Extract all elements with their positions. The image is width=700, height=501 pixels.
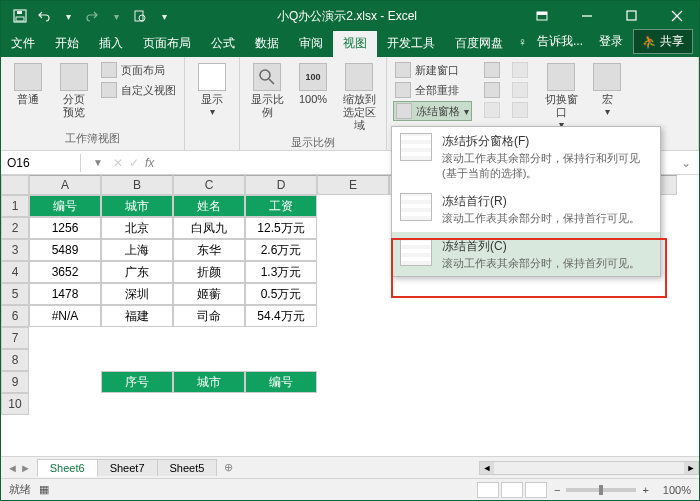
cell[interactable]: 城市	[101, 195, 173, 217]
column-header[interactable]: A	[29, 175, 101, 195]
freeze-top-row-option[interactable]: 冻结首行(R)滚动工作表其余部分时，保持首行可见。	[392, 187, 660, 232]
macro-button[interactable]: 宏▾	[586, 61, 628, 134]
tab-view[interactable]: 视图	[333, 31, 377, 57]
tab-file[interactable]: 文件	[1, 31, 45, 57]
cell[interactable]: 12.5万元	[245, 217, 317, 239]
tellme-icon[interactable]: ♀	[518, 35, 527, 49]
sheet-tab-1[interactable]: Sheet6	[37, 459, 98, 477]
scroll-left-icon[interactable]: ◄	[480, 462, 494, 474]
tab-review[interactable]: 审阅	[289, 31, 333, 57]
cell[interactable]: 54.4万元	[245, 305, 317, 327]
view-normal-icon[interactable]	[477, 482, 499, 498]
row-header[interactable]: 4	[1, 261, 29, 283]
tab-formula[interactable]: 公式	[201, 31, 245, 57]
side-small-1[interactable]	[482, 61, 502, 79]
qat-customize-icon[interactable]: ▾	[153, 5, 175, 27]
share-button[interactable]: ⛹共享	[633, 29, 693, 54]
side-small-3[interactable]	[482, 101, 502, 119]
row-header[interactable]: 6	[1, 305, 29, 327]
row-header[interactable]: 2	[1, 217, 29, 239]
row-header[interactable]: 7	[1, 327, 29, 349]
cell[interactable]: 1.3万元	[245, 261, 317, 283]
tab-pagelayout[interactable]: 页面布局	[133, 31, 201, 57]
tab-insert[interactable]: 插入	[89, 31, 133, 57]
ribbon-options-icon[interactable]	[519, 1, 564, 31]
freeze-first-column-option[interactable]: 冻结首列(C)滚动工作表其余部分时，保持首列可见。	[392, 232, 660, 277]
save-icon[interactable]	[9, 5, 31, 27]
show-button[interactable]: 显示▾	[191, 61, 233, 134]
fx-icon[interactable]: fx	[145, 156, 154, 170]
tellme-button[interactable]: 告诉我...	[531, 31, 589, 52]
custom-views-button[interactable]: 自定义视图	[99, 81, 178, 99]
zoom-ratio-button[interactable]: 显示比例	[246, 61, 288, 135]
tab-devtools[interactable]: 开发工具	[377, 31, 445, 57]
freeze-panes-button[interactable]: 冻结窗格 ▾	[393, 101, 472, 121]
tab-baidu[interactable]: 百度网盘	[445, 31, 513, 57]
row-header[interactable]: 9	[1, 371, 29, 393]
expand-formula-icon[interactable]: ⌄	[673, 156, 699, 170]
redo-dropdown-icon[interactable]: ▾	[105, 5, 127, 27]
horizontal-scrollbar[interactable]: ◄►	[479, 461, 699, 475]
switch-window-button[interactable]: 切换窗口▾	[540, 61, 582, 134]
cell[interactable]: 1478	[29, 283, 101, 305]
select-all-triangle[interactable]	[1, 175, 29, 195]
redo-icon[interactable]	[81, 5, 103, 27]
row-header[interactable]: 8	[1, 349, 29, 371]
zoom-out-button[interactable]: −	[554, 484, 560, 496]
pagebreak-preview-button[interactable]: 分页 预览	[53, 61, 95, 131]
freeze-panes-option[interactable]: 冻结拆分窗格(F)滚动工作表其余部分时，保持行和列可见(基于当前的选择)。	[392, 127, 660, 187]
cell[interactable]: 折颜	[173, 261, 245, 283]
maximize-button[interactable]	[609, 1, 654, 31]
cell[interactable]: 姬蘅	[173, 283, 245, 305]
cell[interactable]: 5489	[29, 239, 101, 261]
cell[interactable]: 序号	[101, 371, 173, 393]
login-button[interactable]: 登录	[593, 31, 629, 52]
cell[interactable]: 北京	[101, 217, 173, 239]
minimize-button[interactable]	[564, 1, 609, 31]
namebox-dropdown-icon[interactable]: ▼	[89, 157, 107, 168]
cell[interactable]: 福建	[101, 305, 173, 327]
undo-dropdown-icon[interactable]: ▾	[57, 5, 79, 27]
zoom-100-button[interactable]: 100100%	[292, 61, 334, 135]
undo-icon[interactable]	[33, 5, 55, 27]
column-header[interactable]: E	[317, 175, 389, 195]
accept-fx-icon[interactable]: ✓	[129, 156, 139, 170]
new-window-button[interactable]: 新建窗口	[393, 61, 472, 79]
row-header[interactable]: 1	[1, 195, 29, 217]
arrange-all-button[interactable]: 全部重排	[393, 81, 472, 99]
view-pagelayout-icon[interactable]	[501, 482, 523, 498]
tab-data[interactable]: 数据	[245, 31, 289, 57]
zoom-in-button[interactable]: +	[642, 484, 648, 496]
cell[interactable]: 1256	[29, 217, 101, 239]
column-header[interactable]: D	[245, 175, 317, 195]
add-sheet-button[interactable]: ⊕	[216, 459, 241, 476]
status-macro-icon[interactable]: ▦	[39, 483, 49, 496]
zoom-level[interactable]: 100%	[663, 484, 691, 496]
sheet-nav-next-icon[interactable]: ►	[20, 462, 31, 474]
cell[interactable]: 白凤九	[173, 217, 245, 239]
normal-view-button[interactable]: 普通	[7, 61, 49, 131]
close-button[interactable]	[654, 1, 699, 31]
row-header[interactable]: 5	[1, 283, 29, 305]
cell[interactable]: 2.6万元	[245, 239, 317, 261]
cell[interactable]: 编号	[29, 195, 101, 217]
sheet-tab-2[interactable]: Sheet7	[97, 459, 158, 476]
cell[interactable]: 上海	[101, 239, 173, 261]
cell[interactable]: 城市	[173, 371, 245, 393]
zoom-slider[interactable]	[566, 488, 636, 492]
cancel-fx-icon[interactable]: ✕	[113, 156, 123, 170]
row-header[interactable]: 10	[1, 393, 29, 415]
cell[interactable]: 姓名	[173, 195, 245, 217]
preview-icon[interactable]	[129, 5, 151, 27]
zoom-selection-button[interactable]: 缩放到 选定区域	[338, 61, 380, 135]
column-header[interactable]: C	[173, 175, 245, 195]
cell[interactable]: 司命	[173, 305, 245, 327]
name-box[interactable]: O16	[1, 154, 81, 172]
sheet-nav-prev-icon[interactable]: ◄	[7, 462, 18, 474]
tab-home[interactable]: 开始	[45, 31, 89, 57]
cell[interactable]: 广东	[101, 261, 173, 283]
cell[interactable]: 深圳	[101, 283, 173, 305]
row-header[interactable]: 3	[1, 239, 29, 261]
scroll-right-icon[interactable]: ►	[684, 462, 698, 474]
cell[interactable]: 3652	[29, 261, 101, 283]
